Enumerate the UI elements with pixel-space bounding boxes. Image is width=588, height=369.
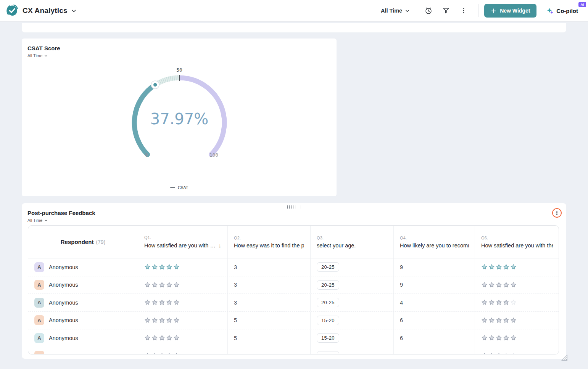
q2-value-cell: 3 [227, 276, 310, 294]
app-title-chevron-icon[interactable] [71, 8, 77, 14]
star-rating [144, 353, 180, 355]
star-rating [144, 282, 180, 288]
csat-legend: CSAT [22, 185, 337, 190]
feedback-table: Respondent (79) Q1. How satisfied are yo… [28, 225, 559, 355]
gauge-min-label: 0 [145, 152, 148, 158]
plus-icon [491, 8, 496, 14]
table-row[interactable]: A Anonymous 3 20-25 9 [28, 258, 559, 276]
table-row[interactable]: A Anonymous 5 15-20 6 [28, 311, 559, 329]
star-icon [159, 282, 165, 288]
q6-rating-cell [475, 294, 559, 311]
avatar: A [34, 333, 44, 343]
q2-value-cell: 3 [227, 347, 310, 355]
question-column-header[interactable]: Q4. How likely are you to recomm… ↓ [393, 226, 475, 258]
question-column-header[interactable]: Q1. How satisfied are you with … ↓ [138, 226, 227, 258]
sort-descending-icon[interactable]: ↓ [219, 242, 222, 249]
resize-handle-icon[interactable] [560, 353, 568, 361]
feedback-time-filter[interactable]: All Time [27, 218, 48, 223]
star-icon [496, 282, 502, 288]
kebab-menu-icon [460, 7, 467, 14]
star-icon [510, 264, 517, 270]
gauge-threshold-label: 50 [176, 67, 182, 73]
table-row[interactable]: A Anonymous 3 20-25 7 [28, 347, 559, 355]
question-column-header[interactable]: Q2. How easy was it to find the pr… ↓ [227, 226, 310, 258]
alerts-button[interactable] [424, 6, 433, 15]
star-rating [144, 335, 180, 341]
csat-gauge-chart: 50 37.97% 0 100 [22, 39, 337, 196]
header-more-menu-button[interactable] [459, 6, 468, 15]
q2-value: 5 [234, 335, 237, 341]
question-number: Q4. [400, 236, 469, 240]
q6-rating-cell [475, 329, 559, 347]
q4-value: 6 [400, 335, 403, 341]
star-rating [481, 335, 517, 341]
q2-value-cell: 3 [227, 294, 310, 311]
star-rating [481, 264, 517, 270]
header-divider [478, 4, 479, 17]
widget-menu-button[interactable] [552, 208, 562, 218]
star-icon [166, 317, 172, 324]
partial-widget-above [22, 23, 566, 32]
question-column-header[interactable]: Q6. How satisfied are you with the… ↓ [475, 226, 559, 258]
q2-value: 3 [234, 353, 237, 355]
global-time-filter[interactable]: All Time [381, 8, 410, 14]
star-icon [159, 353, 165, 355]
q2-value-cell: 5 [227, 329, 310, 347]
q3-age-cell: 15-20 [310, 312, 393, 329]
star-rating [481, 299, 517, 306]
age-chip: 20-25 [317, 280, 339, 290]
respondent-column-header: Respondent (79) [28, 226, 138, 258]
q3-age-cell: 20-25 [310, 258, 393, 276]
question-label: How easy was it to find the pr… [234, 242, 304, 249]
question-column-header[interactable]: Q3. select your age. ↓ [310, 226, 393, 258]
star-icon [173, 335, 180, 341]
avatar: A [34, 315, 44, 325]
star-icon [496, 299, 502, 306]
new-widget-label: New Widget [500, 8, 530, 14]
table-row[interactable]: A Anonymous 5 15-20 6 [28, 329, 559, 347]
star-icon [496, 264, 502, 270]
respondent-cell: A Anonymous [28, 312, 138, 329]
star-icon [503, 299, 509, 306]
q3-age-cell: 20-25 [310, 347, 393, 355]
star-empty-icon [503, 353, 509, 355]
q1-rating-cell [138, 276, 227, 294]
star-icon [488, 282, 495, 288]
table-row[interactable]: A Anonymous 3 20-25 4 [28, 294, 559, 311]
star-empty-icon [510, 299, 517, 306]
widget-drag-handle[interactable] [287, 205, 302, 209]
q4-value-cell: 4 [393, 294, 475, 311]
star-icon [496, 353, 502, 355]
legend-label: CSAT [178, 185, 188, 190]
copilot-button[interactable]: Co-pilot AI [546, 7, 578, 14]
star-icon [151, 317, 158, 324]
feedback-time-filter-label: All Time [27, 218, 42, 223]
star-icon [496, 335, 502, 341]
filter-button[interactable] [441, 6, 451, 15]
star-icon [173, 317, 180, 324]
chevron-down-icon [44, 219, 48, 222]
star-empty-icon [510, 353, 517, 355]
star-icon [159, 335, 165, 341]
q2-value: 5 [234, 317, 237, 323]
star-icon [488, 353, 495, 355]
new-widget-button[interactable]: New Widget [484, 4, 536, 18]
sparkle-icon [546, 7, 554, 14]
star-icon [144, 353, 151, 355]
q4-value: 9 [400, 282, 403, 288]
star-icon [503, 282, 509, 288]
respondent-name: Anonymous [49, 282, 78, 288]
q3-age-cell: 15-20 [310, 329, 393, 347]
question-label: How likely are you to recomm… [400, 242, 469, 249]
q6-rating-cell [475, 312, 559, 329]
respondent-count: (79) [96, 239, 105, 245]
age-chip: 20-25 [317, 262, 339, 272]
star-icon [166, 299, 172, 306]
q6-rating-cell [475, 276, 559, 294]
star-rating [144, 317, 180, 324]
star-icon [151, 335, 158, 341]
star-icon [503, 317, 509, 324]
table-row[interactable]: A Anonymous 3 20-25 9 [28, 276, 559, 294]
star-icon [503, 264, 509, 270]
respondent-name: Anonymous [49, 300, 78, 306]
